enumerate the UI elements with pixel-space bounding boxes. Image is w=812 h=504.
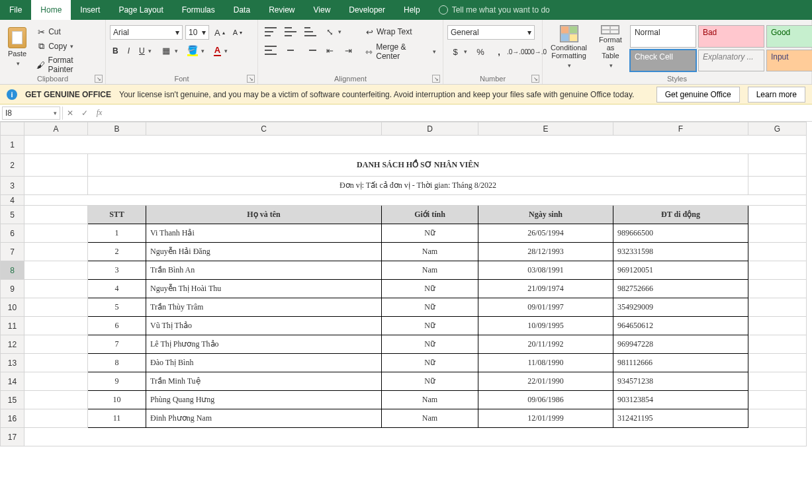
column-header-D[interactable]: D bbox=[382, 122, 478, 136]
cell-stt[interactable]: 7 bbox=[88, 335, 146, 354]
cell-style-explanatory[interactable]: Explanatory ... bbox=[698, 50, 764, 72]
cell-style-normal[interactable]: Normal bbox=[630, 25, 696, 48]
cell-style-bad[interactable]: Bad bbox=[698, 25, 764, 48]
column-header-F[interactable]: F bbox=[613, 122, 748, 136]
cell-gender[interactable]: Nam bbox=[382, 409, 478, 428]
tab-page-layout[interactable]: Page Layout bbox=[109, 0, 172, 20]
cell-gender[interactable]: Nữ bbox=[382, 224, 478, 243]
row-header[interactable]: 15 bbox=[1, 391, 24, 409]
align-left-button[interactable] bbox=[262, 44, 279, 56]
cell-stt[interactable]: 11 bbox=[88, 409, 146, 428]
get-genuine-office-button[interactable]: Get genuine Office bbox=[656, 87, 740, 103]
tab-data[interactable]: Data bbox=[224, 0, 259, 20]
align-center-button[interactable] bbox=[282, 44, 299, 56]
cell-gender[interactable]: Nữ bbox=[382, 335, 478, 354]
cell-dob[interactable]: 22/01/1990 bbox=[478, 372, 613, 391]
align-bottom-button[interactable] bbox=[302, 26, 319, 38]
paste-button[interactable]: Paste bbox=[4, 22, 30, 71]
tab-formulas[interactable]: Formulas bbox=[173, 0, 224, 20]
cell-stt[interactable]: 1 bbox=[88, 224, 146, 243]
learn-more-button[interactable]: Learn more bbox=[748, 87, 805, 103]
formula-input[interactable] bbox=[107, 106, 812, 120]
row-header[interactable]: 9 bbox=[1, 280, 24, 298]
cell-stt[interactable]: 5 bbox=[88, 298, 146, 317]
table-header-gender[interactable]: Giới tính bbox=[382, 206, 478, 224]
accounting-format-button[interactable]: $ bbox=[447, 45, 470, 58]
cell-name[interactable]: Đào Thị Bình bbox=[146, 354, 382, 372]
column-header-C[interactable]: C bbox=[146, 122, 382, 136]
cell-stt[interactable]: 3 bbox=[88, 261, 146, 280]
bold-button[interactable]: B bbox=[110, 45, 121, 57]
cell-name[interactable]: Vi Thanh Hải bbox=[146, 224, 382, 243]
cell-gender[interactable]: Nữ bbox=[382, 354, 478, 372]
column-header-G[interactable]: G bbox=[748, 122, 807, 136]
cell-phone[interactable]: 932331598 bbox=[613, 243, 748, 261]
select-all-button[interactable] bbox=[1, 122, 24, 136]
column-header-B[interactable]: B bbox=[88, 122, 146, 136]
align-top-button[interactable] bbox=[262, 26, 279, 38]
cell-style-good[interactable]: Good bbox=[766, 25, 812, 48]
row-header[interactable]: 1 bbox=[1, 136, 24, 154]
cell-name[interactable]: Trần Thùy Trâm bbox=[146, 298, 382, 317]
row-header[interactable]: 10 bbox=[1, 298, 24, 317]
cell-gender[interactable]: Nữ bbox=[382, 280, 478, 298]
row-header[interactable]: 8 bbox=[1, 261, 24, 280]
cell-stt[interactable]: 2 bbox=[88, 243, 146, 261]
cell-gender[interactable]: Nữ bbox=[382, 298, 478, 317]
font-dialog-launcher[interactable]: ↘ bbox=[247, 75, 255, 83]
font-size-combo[interactable]: 10▾ bbox=[185, 25, 209, 40]
cell-style-input[interactable]: Input bbox=[766, 50, 812, 72]
cell-dob[interactable]: 11/08/1990 bbox=[478, 354, 613, 372]
merge-center-button[interactable]: ⇿Merge & Center bbox=[361, 41, 439, 62]
cell-dob[interactable]: 09/01/1997 bbox=[478, 298, 613, 317]
alignment-dialog-launcher[interactable]: ↘ bbox=[432, 75, 440, 83]
percent-button[interactable]: % bbox=[473, 45, 488, 58]
row-header[interactable]: 2 bbox=[1, 154, 24, 177]
table-header-name[interactable]: Họ và tên bbox=[146, 206, 382, 224]
cell-phone[interactable]: 903123854 bbox=[613, 391, 748, 409]
cell-phone[interactable]: 969120051 bbox=[613, 261, 748, 280]
enter-formula-button[interactable]: ✓ bbox=[77, 108, 92, 118]
row-header[interactable]: 14 bbox=[1, 372, 24, 391]
cell-phone[interactable]: 354929009 bbox=[613, 298, 748, 317]
column-header-E[interactable]: E bbox=[478, 122, 613, 136]
borders-button[interactable]: ▦ bbox=[158, 44, 181, 58]
clipboard-dialog-launcher[interactable]: ↘ bbox=[95, 75, 103, 83]
row-header[interactable]: 17 bbox=[1, 428, 24, 446]
insert-function-button[interactable]: fx bbox=[92, 108, 107, 118]
format-painter-button[interactable]: 🖌Format Painter bbox=[33, 54, 101, 75]
cell-stt[interactable]: 4 bbox=[88, 280, 146, 298]
sheet-title[interactable]: DANH SÁCH HỒ SƠ NHÂN VIÊN bbox=[88, 154, 748, 177]
cell-name[interactable]: Nguyễn Hải Đăng bbox=[146, 243, 382, 261]
cell-name[interactable]: Lê Thị Phương Thảo bbox=[146, 335, 382, 354]
row-header[interactable]: 3 bbox=[1, 177, 24, 195]
orientation-button[interactable]: ⤡ bbox=[322, 25, 344, 38]
name-box[interactable]: I8▾ bbox=[2, 106, 60, 120]
cell-gender[interactable]: Nữ bbox=[382, 372, 478, 391]
table-header-phone[interactable]: ĐT di động bbox=[613, 206, 748, 224]
row-header[interactable]: 16 bbox=[1, 409, 24, 428]
cell-stt[interactable]: 9 bbox=[88, 372, 146, 391]
cell-phone[interactable]: 969947228 bbox=[613, 335, 748, 354]
tab-home[interactable]: Home bbox=[31, 0, 71, 20]
increase-indent-button[interactable]: ⇥ bbox=[340, 44, 356, 57]
cell-stt[interactable]: 10 bbox=[88, 391, 146, 409]
cell-phone[interactable]: 312421195 bbox=[613, 409, 748, 428]
row-header[interactable]: 12 bbox=[1, 335, 24, 354]
number-dialog-launcher[interactable]: ↘ bbox=[531, 75, 539, 83]
cell-gender[interactable]: Nam bbox=[382, 243, 478, 261]
copy-button[interactable]: ⧉Copy bbox=[33, 40, 101, 53]
cell-phone[interactable]: 981112666 bbox=[613, 354, 748, 372]
cell-dob[interactable]: 26/05/1994 bbox=[478, 224, 613, 243]
row-header[interactable]: 11 bbox=[1, 317, 24, 335]
paste-dropdown[interactable] bbox=[15, 59, 20, 67]
cancel-formula-button[interactable]: ✕ bbox=[63, 108, 77, 118]
cell-name[interactable]: Trần Minh Tuệ bbox=[146, 372, 382, 391]
table-header-stt[interactable]: STT bbox=[88, 206, 146, 224]
row-header[interactable]: 6 bbox=[1, 224, 24, 243]
sheet-subtitle[interactable]: Đơn vị: Tất cả đơn vị - Thời gian: Tháng… bbox=[88, 177, 748, 195]
align-right-button[interactable] bbox=[302, 44, 319, 56]
table-header-dob[interactable]: Ngày sinh bbox=[478, 206, 613, 224]
align-middle-button[interactable] bbox=[282, 26, 299, 38]
font-name-combo[interactable]: Arial▾ bbox=[110, 25, 183, 40]
